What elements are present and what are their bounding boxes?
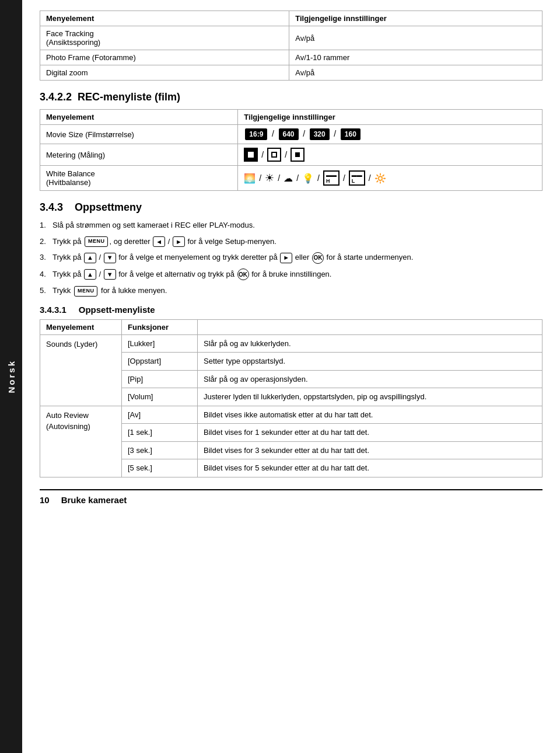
ok-btn2: OK — [237, 269, 249, 280]
table-row: Metering (Måling) / / — [40, 144, 542, 166]
film-table: Menyelement Tilgjengelige innstillinger … — [40, 109, 542, 191]
sounds-lukker-key: [Lukker] — [122, 334, 198, 353]
step-num: 2. — [40, 236, 48, 247]
metering-icons: / / — [244, 148, 536, 162]
wb-fluor-h-icon: ▬▬H — [323, 170, 340, 186]
autoreview-label: Auto Review (Autovisning) — [40, 406, 122, 477]
step-text: Slå på strømmen og sett kameraet i REC e… — [52, 219, 255, 231]
step-num: 3. — [40, 252, 48, 264]
autoreview-av-val: Bildet vises ikke automatisk etter at du… — [198, 406, 542, 424]
menu-btn2: MENU — [74, 286, 98, 297]
sidebar-label: Norsk — [6, 360, 16, 393]
sep2: / — [285, 150, 287, 159]
page-wrapper: Norsk Menyelement Tilgjengelige innstill… — [0, 0, 560, 753]
badge-320: 320 — [310, 128, 330, 140]
movie-size-settings: 16:9 / 640 / 320 / 160 — [238, 125, 542, 144]
left-arrow-btn: ◄ — [153, 236, 165, 247]
badge-640: 640 — [279, 128, 299, 140]
sounds-volum-val: Justerer lyden til lukkerlyden, oppstart… — [198, 388, 542, 406]
up-arrow-btn: ▲ — [84, 253, 96, 263]
table-row: Sounds (Lyder) [Lukker] Slår på og av lu… — [40, 334, 542, 353]
autoreview-1sek-key: [1 sek.] — [122, 424, 198, 442]
table-row: White Balance (Hvitbalanse) 🌅 / ☀ / ☁ / — [40, 166, 542, 191]
step-num: 4. — [40, 269, 48, 281]
setup-header-element: Menyelement — [40, 319, 122, 334]
metering-settings: / / — [238, 144, 542, 166]
setup-header-functions: Funksjoner — [122, 319, 198, 334]
badge-160: 160 — [341, 128, 360, 140]
table-cell-settings: Av/på — [289, 65, 542, 81]
film-section-number: 3.4.2.2 — [40, 91, 72, 103]
step-text: Trykk på ▲ / ▼ for å velge et alternativ… — [52, 269, 331, 281]
top-table-header-settings: Tilgjengelige innstillinger — [289, 11, 542, 26]
table-row: Auto Review (Autovisning) [Av] Bildet vi… — [40, 406, 542, 424]
down-btn2: ▼ — [104, 269, 116, 280]
film-section-heading: 3.4.2.2 REC-menyliste (film) — [40, 91, 542, 103]
wb-fluor-l-icon: ▬▬L — [349, 170, 365, 186]
list-item: 2. Trykk på MENU, og deretter ◄ / ► for … — [40, 236, 542, 247]
autoreview-1sek-val: Bildet vises for 1 sekunder etter at du … — [198, 424, 542, 442]
list-item: 3. Trykk på ▲ / ▼ for å velge et menyele… — [40, 252, 542, 264]
table-cell-settings: Av/1-10 rammer — [289, 50, 542, 65]
step-text: Trykk på ▲ / ▼ for å velge et menyelemen… — [52, 252, 413, 264]
sounds-lukker-val: Slår på og av lukkerlyden. — [198, 334, 542, 353]
autoreview-3sek-key: [3 sek.] — [122, 441, 198, 459]
top-table-header-element: Menyelement — [40, 11, 289, 26]
down-arrow-btn: ▼ — [104, 253, 116, 263]
sidebar: Norsk — [0, 0, 22, 753]
section-343-heading: 3.4.3 Oppsettmeny — [40, 201, 542, 214]
movie-size-label: Movie Size (Filmstørrelse) — [40, 125, 238, 144]
menu-btn: MENU — [85, 236, 108, 247]
section-343-title: Oppsettmeny — [75, 201, 142, 213]
sounds-volum-key: [Volum] — [122, 388, 198, 406]
metering-label: Metering (Måling) — [40, 144, 238, 166]
top-table: Menyelement Tilgjengelige innstillinger … — [40, 11, 542, 81]
right-btn2: ► — [280, 253, 292, 263]
film-table-header-element: Menyelement — [40, 110, 238, 125]
table-cell-settings: Av/på — [289, 26, 542, 50]
autoreview-av-key: [Av] — [122, 406, 198, 424]
table-cell-element: Digital zoom — [40, 65, 289, 81]
table-row: Movie Size (Filmstørrelse) 16:9 / 640 / … — [40, 125, 542, 144]
table-cell-element: Photo Frame (Fotoramme) — [40, 50, 289, 65]
up-btn2: ▲ — [84, 269, 96, 280]
section-3431-title: Oppsett-menyliste — [79, 305, 155, 315]
step-num: 1. — [40, 219, 48, 231]
autoreview-5sek-val: Bildet vises for 5 sekunder etter at du … — [198, 459, 542, 477]
table-row: Digital zoom Av/på — [40, 65, 542, 81]
sounds-pip-val: Slår på og av operasjonslyden. — [198, 370, 542, 388]
sounds-label: Sounds (Lyder) — [40, 334, 122, 406]
wb-icon-row: 🌅 / ☀ / ☁ / 💡 / ▬▬H — [244, 170, 536, 186]
autoreview-5sek-key: [5 sek.] — [122, 459, 198, 477]
list-item: 4. Trykk på ▲ / ▼ for å velge et alterna… — [40, 269, 542, 281]
page-number: 10 — [40, 495, 50, 505]
sounds-pip-key: [Pip] — [122, 370, 198, 388]
section-3431-number: 3.4.3.1 — [40, 305, 66, 315]
metering-multi-icon — [244, 148, 258, 162]
table-row: Photo Frame (Fotoramme) Av/1-10 rammer — [40, 50, 542, 65]
film-table-header-settings: Tilgjengelige innstillinger — [238, 110, 542, 125]
sounds-oppstart-val: Setter type oppstartslyd. — [198, 353, 542, 371]
sounds-oppstart-key: [Oppstart] — [122, 353, 198, 371]
wb-settings: 🌅 / ☀ / ☁ / 💡 / ▬▬H — [238, 166, 542, 191]
setup-header-desc — [198, 319, 542, 334]
section-343-number: 3.4.3 — [40, 201, 63, 213]
step-text: Trykk MENU for å lukke menyen. — [52, 285, 167, 297]
footer-title: Bruke kameraet — [61, 495, 127, 505]
steps-list: 1. Slå på strømmen og sett kameraet i RE… — [40, 219, 542, 297]
step-text: Trykk på MENU, og deretter ◄ / ► for å v… — [52, 236, 276, 247]
footer: 10 Bruke kameraet — [40, 489, 542, 505]
metering-spot-icon — [290, 148, 304, 162]
table-cell-element: Face Tracking (Ansiktssporing) — [40, 26, 289, 50]
metering-center-icon — [267, 148, 281, 162]
badge-169: 16:9 — [245, 128, 267, 140]
wb-label: White Balance (Hvitbalanse) — [40, 166, 238, 191]
main-content: Menyelement Tilgjengelige innstillinger … — [22, 0, 560, 753]
wb-sun-icon: ☀ — [265, 172, 274, 184]
wb-custom-icon: 🔆 — [374, 173, 386, 184]
wb-cloud-icon: ☁ — [284, 173, 293, 184]
wb-auto-icon: 🌅 — [244, 173, 256, 184]
step-num: 5. — [40, 285, 48, 297]
table-row: Face Tracking (Ansiktssporing) Av/på — [40, 26, 542, 50]
ok-btn: OK — [312, 252, 324, 264]
